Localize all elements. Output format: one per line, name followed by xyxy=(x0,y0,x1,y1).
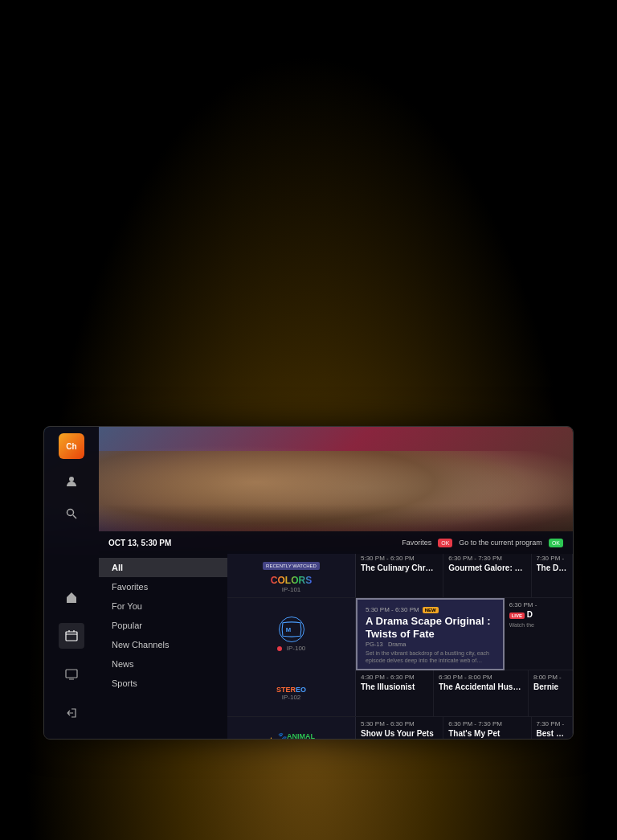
sidebar-exit-icon[interactable] xyxy=(59,700,84,726)
program-my-pet[interactable]: 6:30 PM - 7:30 PM That's My Pet xyxy=(443,717,531,739)
colors-logo-text: COLORS xyxy=(271,575,312,586)
stereo-logo-text: STEREO xyxy=(276,686,306,694)
drama-time: 5:30 PM - 6:30 PM NEW xyxy=(366,606,495,613)
category-new-channels[interactable]: New Channels xyxy=(99,635,227,654)
program-dav[interactable]: 7:30 PM - The Dav xyxy=(532,551,574,597)
program-gourmet[interactable]: 6:30 PM - 7:30 PM Gourmet Galore: Delici… xyxy=(443,551,531,597)
category-sports[interactable]: Sports xyxy=(99,674,227,693)
category-nav: All Favorites For You Popular New Channe… xyxy=(99,551,227,740)
svg-rect-3 xyxy=(66,632,77,641)
drama-meta: PG-13 Drama xyxy=(366,641,495,648)
show-pets-time: 5:30 PM - 6:30 PM xyxy=(361,720,438,727)
media-channel-number: IP-100 xyxy=(287,645,306,652)
program-best-pet[interactable]: 7:30 PM - Best Pet xyxy=(532,717,574,739)
gourmet-time: 6:30 PM - 7:30 PM xyxy=(448,555,525,562)
svg-rect-7 xyxy=(66,670,77,678)
epg-header: OCT 13, 5:30 PM Favorites OK Go to the c… xyxy=(99,531,573,554)
channel-logo-animal: ★ 🐾ANIMAL IP-103 xyxy=(227,717,356,739)
accidental-title: The Accidental Husband xyxy=(439,682,523,692)
category-for-you[interactable]: For You xyxy=(99,596,227,616)
show-pets-title: Show Us Your Pets xyxy=(361,729,438,739)
drama-title: A Drama Scape Original : Twists of Fate xyxy=(366,615,495,640)
logo-text: Ch xyxy=(66,442,76,451)
sidebar-profile-icon[interactable] xyxy=(59,469,84,494)
best-pet-title: Best Pet xyxy=(537,729,568,739)
category-favorites[interactable]: Favorites xyxy=(99,577,227,596)
bernie-title: Bernie xyxy=(533,682,567,692)
channel-logo-stereo: STEREO IP-102 xyxy=(227,670,356,716)
illusionist-time: 4:30 PM - 6:30 PM xyxy=(361,674,428,681)
category-popular[interactable]: Popular xyxy=(99,616,227,635)
new-badge: NEW xyxy=(423,607,439,613)
channel-row-stereo: STEREO IP-102 4:30 PM - 6:30 PM The Illu… xyxy=(227,670,573,717)
my-pet-title: That's My Pet xyxy=(448,729,525,739)
live-desc: Watch the xyxy=(509,621,567,629)
recently-watched-badge: RECENTLY WATCHED xyxy=(263,556,320,572)
illusionist-title: The Illusionist xyxy=(361,682,428,692)
sidebar-logo-button[interactable]: Ch xyxy=(59,433,84,459)
sidebar-guide-icon[interactable] xyxy=(59,623,84,649)
drama-desc: Set in the vibrant backdrop of a bustlin… xyxy=(366,649,495,664)
category-all[interactable]: All xyxy=(99,558,227,577)
dav-title: The Dav xyxy=(537,563,568,573)
accidental-time: 6:30 PM - 8:00 PM xyxy=(439,674,523,681)
channel-row-colors: RECENTLY WATCHED COLORS IP-101 5:30 PM -… xyxy=(227,551,573,598)
my-pet-time: 6:30 PM - 7:30 PM xyxy=(448,720,525,727)
program-culinary[interactable]: 5:30 PM - 6:30 PM The Culinary Chronicle… xyxy=(356,551,443,597)
program-bernie[interactable]: 8:00 PM - Bernie xyxy=(529,670,573,716)
live-badge: LIVE xyxy=(509,613,525,619)
program-drama-scape[interactable]: 5:30 PM - 6:30 PM NEW A Drama Scape Orig… xyxy=(356,598,505,670)
epg-actions: Favorites OK Go to the current program O… xyxy=(402,539,563,547)
sidebar-search-icon[interactable] xyxy=(59,501,84,527)
gourmet-title: Gourmet Galore: Delicious Discov... xyxy=(448,563,525,573)
program-accidental[interactable]: 6:30 PM - 8:00 PM The Accidental Husband xyxy=(434,670,529,716)
tv-screen: Ch xyxy=(43,426,574,740)
stereo-channel-number: IP-102 xyxy=(282,694,301,701)
svg-text:M: M xyxy=(285,626,290,633)
sidebar: Ch xyxy=(44,427,99,739)
animal-star-icon: ★ xyxy=(268,736,275,739)
live-title: LIVE D xyxy=(509,610,567,620)
channel-logo-media: M IP-100 xyxy=(227,598,356,670)
go-to-current-label: Go to the current program xyxy=(459,539,542,547)
channel-row-media: M IP-100 5:30 PM - 6:30 PM NEW A Drama S… xyxy=(227,598,573,670)
outer-background: Ch xyxy=(0,0,617,840)
program-live[interactable]: 6:30 PM - LIVE D Watch the xyxy=(505,598,573,670)
favorites-badge[interactable]: OK xyxy=(438,539,452,547)
epg-grid: RECENTLY WATCHED COLORS IP-101 5:30 PM -… xyxy=(227,551,573,739)
dav-time: 7:30 PM - xyxy=(537,555,568,562)
channel-row-animal: ★ 🐾ANIMAL IP-103 5:30 PM - 6:30 PM Show … xyxy=(227,717,573,739)
svg-point-0 xyxy=(69,477,74,481)
culinary-time: 5:30 PM - 6:30 PM xyxy=(361,555,438,562)
sidebar-media-icon[interactable] xyxy=(59,662,84,687)
culinary-title: The Culinary Chronicles: Epicure... xyxy=(361,563,438,573)
media-logo-circle: M xyxy=(279,617,304,642)
sidebar-home-icon[interactable] xyxy=(59,584,84,610)
animal-logo-text: 🐾ANIMAL xyxy=(278,732,315,739)
current-badge[interactable]: OK xyxy=(549,539,563,547)
favorites-label: Favorites xyxy=(402,539,431,547)
channel-logo-colors: RECENTLY WATCHED COLORS IP-101 xyxy=(227,551,356,597)
svg-line-2 xyxy=(73,515,76,518)
live-time: 6:30 PM - xyxy=(509,601,567,608)
best-pet-time: 7:30 PM - xyxy=(537,720,568,727)
program-illusionist[interactable]: 4:30 PM - 6:30 PM The Illusionist xyxy=(356,670,434,716)
epg-date: OCT 13, 5:30 PM xyxy=(108,539,171,547)
svg-point-1 xyxy=(67,510,74,516)
colors-channel-number: IP-101 xyxy=(282,586,301,593)
program-show-pets[interactable]: 5:30 PM - 6:30 PM Show Us Your Pets xyxy=(356,717,443,739)
bernie-time: 8:00 PM - xyxy=(533,674,567,681)
media-live-dot xyxy=(277,646,282,651)
category-news[interactable]: News xyxy=(99,654,227,674)
